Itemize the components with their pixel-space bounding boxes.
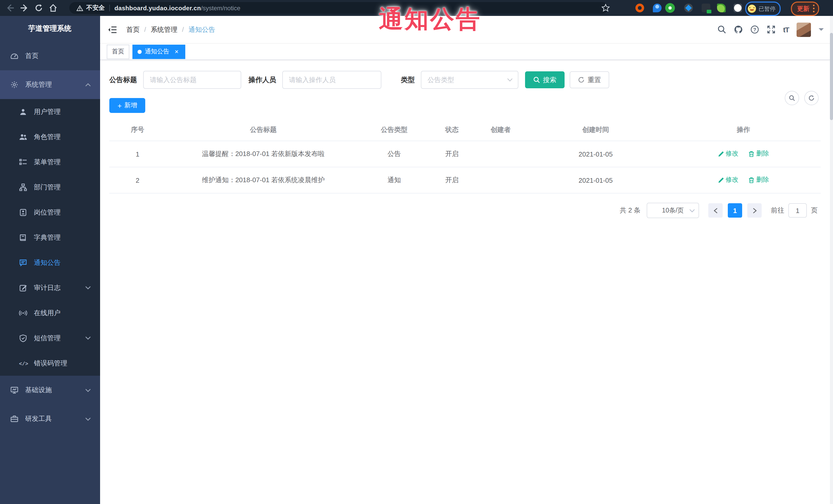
operator-filter-input[interactable] [282,71,381,89]
fullscreen-icon[interactable] [767,25,776,34]
sidebar-item-dept-management[interactable]: 部门管理 [0,174,100,200]
prev-page-button[interactable] [708,203,723,218]
sidebar-item-system-management[interactable]: 系统管理 [0,70,100,99]
page-number-button[interactable]: 1 [728,203,742,218]
forward-icon[interactable] [20,4,29,12]
search-icon [533,76,540,83]
reload-icon[interactable] [34,4,43,12]
cell-no: 2 [109,167,166,193]
breadcrumb: 首页 / 系统管理 / 通知公告 [126,25,215,34]
trash-icon [748,177,755,183]
gear-icon [10,80,19,89]
sidebar-item-notice-announcement[interactable]: 通知公告 [0,250,100,275]
extension-icon[interactable] [636,4,644,12]
sidebar-item-dev-tools[interactable]: 研发工具 [0,404,100,433]
breadcrumb-home[interactable]: 首页 [126,25,140,34]
dashboard-icon [10,52,19,60]
page-unit-label: 页 [811,206,817,215]
col-header-actions: 操作 [666,119,821,141]
sidebar-item-online-users[interactable]: 在线用户 [0,300,100,326]
bookmark-star-icon[interactable] [601,4,610,12]
table-row: 2 维护通知：2018-07-01 若依系统凌晨维护 通知 开启 2021-01… [109,167,821,193]
user-avatar[interactable] [796,22,811,37]
edit-button[interactable]: 修改 [718,150,738,158]
navbar-actions: ? tT [717,16,824,43]
home-icon[interactable] [49,4,57,12]
sidebar-fold-icon[interactable] [108,25,117,33]
security-label[interactable]: 不安全 [86,4,105,12]
goto-page-input[interactable] [788,203,807,218]
main-area: 首页 / 系统管理 / 通知公告 ? tT [100,16,830,504]
extension-icon[interactable] [684,4,693,12]
app-logo[interactable]: 芋道管理系统 [0,16,100,42]
reset-button[interactable]: 重置 [570,71,609,88]
cell-title: 维护通知：2018-07-01 若依系统凌晨维护 [166,167,361,193]
cell-title: 温馨提醒：2018-07-01 若依新版本发布啦 [166,141,361,167]
extension-icon[interactable] [701,4,710,12]
browser-update-button[interactable]: 更新 [791,2,819,16]
sidebar-item-label: 字典管理 [34,233,61,242]
sidebar-item-sms-management[interactable]: 短信管理 [0,326,100,351]
page-size-select[interactable]: 10条/页 [647,203,699,218]
delete-button[interactable]: 删除 [748,150,769,158]
scrollbar-thumb[interactable] [830,33,833,120]
search-icon [789,95,795,101]
online-user-icon [19,309,27,317]
refresh-table-button[interactable] [804,91,818,105]
toggle-search-button[interactable] [785,91,799,105]
refresh-icon [578,76,585,83]
help-icon[interactable]: ? [751,25,759,34]
avatar-caret-icon[interactable] [818,28,824,33]
paused-extension-badge[interactable]: 已暂停 [745,2,781,16]
cell-status: 开启 [428,141,476,167]
devtools-icon [10,415,19,423]
not-secure-warning-icon [76,5,83,11]
extension-icon[interactable] [665,3,675,13]
browser-scrollbar[interactable] [830,16,833,504]
sidebar-item-error-code-management[interactable]: </> 错误码管理 [0,351,100,376]
edit-button[interactable]: 修改 [718,176,738,185]
extensions-puzzle-icon[interactable] [733,4,742,12]
sidebar-item-label: 通知公告 [34,258,61,267]
sidebar-item-label: 菜单管理 [34,157,61,167]
breadcrumb-system[interactable]: 系统管理 [151,25,177,34]
pencil-icon [718,177,724,183]
sidebar-item-infrastructure[interactable]: 基础设施 [0,376,100,404]
font-size-icon[interactable]: tT [783,25,789,33]
chevron-down-icon [507,78,513,81]
search-icon[interactable] [717,25,726,34]
cell-creator [476,167,525,193]
sidebar-item-label: 部门管理 [34,183,61,192]
sidebar-item-role-management[interactable]: 角色管理 [0,124,100,149]
menu-kebab-icon[interactable] [813,5,815,13]
annotation-overlay-text: 通知公告 [379,3,584,35]
close-icon[interactable]: × [173,48,180,55]
col-header-title: 公告标题 [166,119,361,141]
sidebar-item-dict-management[interactable]: 字典管理 [0,225,100,250]
sidebar-item-post-management[interactable]: 岗位管理 [0,200,100,225]
tab-home[interactable]: 首页 [107,44,129,59]
operator-filter-label: 操作人员 [248,75,276,85]
sidebar-item-menu-management[interactable]: 菜单管理 [0,149,100,174]
chevron-left-icon [713,208,718,213]
extension-icon[interactable] [717,4,726,12]
next-page-button[interactable] [747,203,762,218]
sidebar-item-label: 系统管理 [25,80,52,89]
delete-button[interactable]: 删除 [748,176,769,185]
github-icon[interactable] [734,25,743,34]
add-button[interactable]: + 新增 [109,98,145,113]
title-filter-input[interactable] [143,71,241,89]
back-icon[interactable] [6,4,15,12]
extension-icon[interactable] [653,4,662,12]
users-icon [19,133,27,141]
cell-created: 2021-01-05 [525,141,666,167]
search-button[interactable]: 搜索 [525,71,565,88]
tab-notice-announcement[interactable]: 通知公告 × [133,44,185,59]
sidebar-item-user-management[interactable]: 用户管理 [0,99,100,124]
type-select[interactable]: 公告类型 [421,71,518,89]
app-title: 芋道管理系统 [28,24,71,33]
sidebar-item-audit-log[interactable]: 审计日志 [0,275,100,300]
sidebar-item-home[interactable]: 首页 [0,42,100,70]
sidebar-item-label: 错误码管理 [34,359,67,368]
chevron-down-icon [689,209,695,212]
